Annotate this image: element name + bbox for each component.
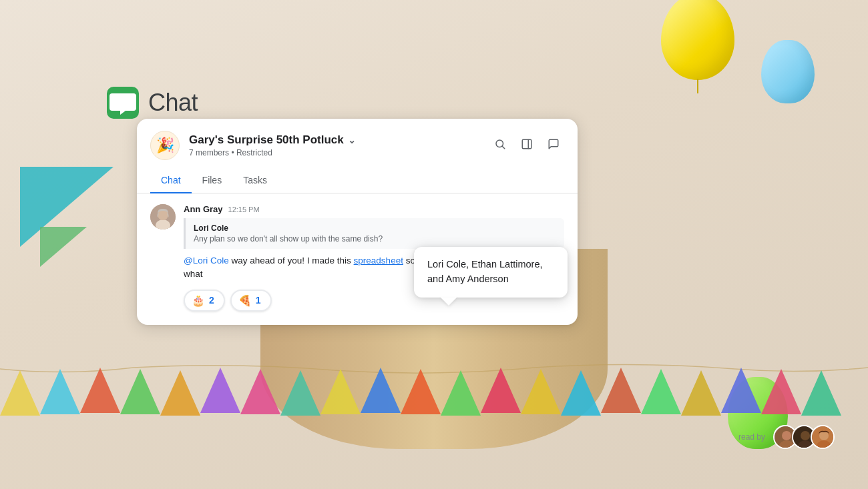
tab-tasks[interactable]: Tasks — [232, 168, 278, 193]
message-time: 12:15 PM — [228, 205, 260, 213]
read-avatar-3 — [811, 425, 835, 449]
svg-marker-16 — [641, 369, 681, 414]
pizza-count: 1 — [256, 295, 261, 306]
svg-marker-15 — [601, 368, 641, 413]
mention-lori[interactable]: @Lori Cole — [184, 256, 229, 266]
read-by-section: read by — [738, 425, 835, 449]
pizza-emoji: 🍕 — [238, 294, 252, 307]
cake-count: 2 — [209, 295, 214, 306]
message-meta: Ann Gray 12:15 PM — [184, 204, 564, 214]
svg-marker-18 — [721, 368, 761, 413]
header-actions — [489, 131, 564, 155]
avatar-3-svg — [812, 426, 835, 449]
search-button[interactable] — [489, 133, 511, 155]
svg-marker-7 — [280, 370, 320, 416]
chat-app-icon — [107, 87, 139, 119]
reaction-pizza[interactable]: 🍕 1 — [230, 290, 272, 312]
svg-marker-14 — [561, 370, 601, 416]
panel-button[interactable] — [516, 133, 537, 155]
svg-marker-1 — [40, 369, 80, 414]
svg-marker-17 — [681, 370, 721, 416]
svg-point-22 — [496, 140, 503, 147]
quoted-message: Lori Cole Any plan so we don't all show … — [184, 218, 564, 249]
app-title: Chat — [148, 89, 198, 117]
header-info: Gary's Surprise 50th Potluck ⌄ 7 members… — [189, 133, 356, 157]
balloon-yellow — [661, 0, 734, 80]
svg-rect-24 — [522, 139, 531, 149]
svg-marker-11 — [441, 370, 481, 416]
svg-marker-19 — [761, 369, 801, 414]
balloon-blue — [761, 40, 815, 103]
svg-line-23 — [502, 146, 504, 148]
floor — [0, 449, 868, 489]
group-avatar: 🎉 — [150, 131, 180, 160]
read-avatars — [773, 425, 835, 449]
svg-marker-13 — [521, 369, 561, 414]
svg-marker-6 — [240, 369, 280, 414]
message-square-icon — [548, 138, 560, 150]
reaction-cake[interactable]: 🎂 2 — [184, 290, 225, 312]
tabs-bar: Chat Files Tasks — [137, 168, 578, 193]
svg-marker-3 — [120, 369, 160, 414]
chevron-down-icon: ⌄ — [348, 135, 356, 145]
search-icon — [494, 138, 506, 150]
app-logo: Chat — [107, 87, 198, 119]
group-meta: 7 members • Restricted — [189, 148, 356, 157]
svg-marker-5 — [200, 368, 240, 413]
cake-emoji: 🎂 — [192, 294, 205, 307]
svg-marker-9 — [361, 368, 401, 413]
tab-files[interactable]: Files — [192, 168, 233, 193]
spreadsheet-link[interactable]: spreadsheet — [354, 256, 403, 266]
quoted-text: Any plan so we don't all show up with th… — [194, 234, 556, 243]
svg-marker-8 — [320, 369, 361, 414]
svg-marker-0 — [0, 370, 40, 416]
svg-marker-2 — [80, 368, 120, 413]
svg-marker-20 — [801, 370, 841, 416]
header-left: 🎉 Gary's Surprise 50th Potluck ⌄ 7 membe… — [150, 131, 356, 160]
triangle-green — [40, 227, 87, 267]
panel-icon — [521, 138, 533, 150]
tab-chat[interactable]: Chat — [150, 168, 192, 193]
read-by-tooltip: Lori Cole, Ethan Lattimore, and Amy Ande… — [414, 247, 568, 298]
svg-marker-10 — [401, 369, 441, 414]
new-message-button[interactable] — [543, 133, 564, 155]
sender-avatar — [150, 204, 176, 229]
svg-marker-4 — [160, 370, 200, 416]
svg-point-30 — [782, 431, 791, 440]
bunting-area — [0, 356, 868, 422]
ann-gray-avatar-svg — [150, 204, 176, 229]
tooltip-names-text: Lori Cole, Ethan Lattimore, and Amy Ande… — [427, 258, 554, 287]
sender-name: Ann Gray — [184, 204, 223, 214]
svg-point-33 — [801, 431, 810, 440]
group-name-button[interactable]: Gary's Surprise 50th Potluck ⌄ — [189, 133, 356, 147]
svg-marker-12 — [481, 368, 521, 413]
card-header: 🎉 Gary's Surprise 50th Potluck ⌄ 7 membe… — [137, 119, 578, 160]
read-by-label: read by — [738, 432, 765, 442]
bunting-svg — [0, 356, 868, 422]
quoted-sender: Lori Cole — [194, 223, 556, 233]
